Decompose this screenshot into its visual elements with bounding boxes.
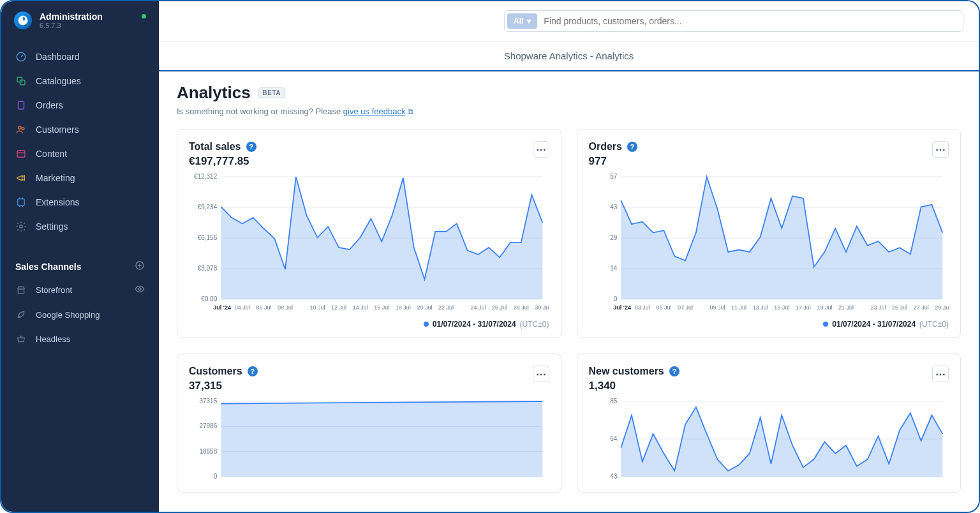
nav-catalogues[interactable]: Catalogues [1, 69, 159, 93]
svg-text:03 Jul: 03 Jul [634, 304, 650, 311]
layout-icon [15, 148, 27, 160]
svg-text:24 Jul: 24 Jul [470, 304, 486, 311]
nav-label: Orders [36, 100, 63, 110]
megaphone-icon [15, 172, 27, 184]
svg-point-11 [138, 288, 141, 290]
svg-point-8 [20, 225, 23, 228]
svg-text:29 Jul: 29 Jul [935, 304, 949, 311]
legend-dot-icon [424, 322, 429, 327]
card-title: Customers [189, 366, 242, 377]
channel-google-shopping[interactable]: Google Shopping [1, 302, 159, 327]
sidebar: Administration 6.5.7.3 Dashboard Catalog… [1, 1, 159, 512]
nav-customers[interactable]: Customers [1, 117, 159, 142]
help-icon[interactable]: ? [627, 142, 637, 152]
help-icon[interactable]: ? [248, 366, 258, 376]
svg-rect-7 [18, 199, 25, 206]
search-filter-dropdown[interactable]: All ▾ [507, 13, 537, 29]
nav-dashboard[interactable]: Dashboard [1, 45, 159, 69]
channel-label: Storefront [36, 285, 72, 295]
beta-badge: BETA [258, 87, 285, 98]
chart-customers: 0186582798637315 [189, 398, 549, 480]
svg-text:27 Jul: 27 Jul [913, 304, 928, 311]
svg-text:€12,312: €12,312 [194, 173, 218, 180]
chevron-down-icon: ▾ [527, 17, 531, 26]
card-title: New customers [589, 366, 664, 377]
nav-label: Settings [36, 221, 68, 232]
svg-text:12 Jul: 12 Jul [331, 304, 346, 311]
nav-settings[interactable]: Settings [1, 214, 159, 239]
card-menu-button[interactable]: ⋯ [533, 366, 549, 382]
legend-dot-icon [823, 322, 828, 327]
nav-content[interactable]: Content [1, 142, 159, 166]
svg-text:27986: 27986 [199, 422, 217, 429]
add-channel-button[interactable] [135, 260, 145, 272]
page-subtext: Is something not working or missing? Ple… [177, 107, 961, 116]
nav-label: Dashboard [36, 52, 80, 62]
svg-text:0: 0 [613, 295, 617, 302]
svg-text:22 Jul: 22 Jul [438, 304, 454, 311]
nav-extensions[interactable]: Extensions [1, 190, 159, 214]
svg-rect-10 [18, 289, 24, 294]
nav-orders[interactable]: Orders [1, 93, 159, 117]
app-version: 6.5.7.3 [40, 22, 103, 29]
chart-new-customers: 436485 [589, 398, 949, 480]
page-title: Analytics [177, 83, 251, 103]
svg-text:23 Jul: 23 Jul [870, 304, 886, 311]
svg-text:85: 85 [610, 398, 618, 405]
svg-text:21 Jul: 21 Jul [838, 304, 854, 311]
card-customers: Customers ? 37,315 ⋯ 0186582798637315 [177, 353, 561, 493]
card-menu-button[interactable]: ⋯ [932, 366, 949, 382]
chart-orders: 014294357Jul '2403 Jul05 Jul07 Jul09 Jul… [589, 173, 949, 313]
global-search: All ▾ [504, 10, 963, 32]
card-menu-button[interactable]: ⋯ [533, 141, 549, 158]
topbar: All ▾ [159, 1, 979, 41]
nav-label: Catalogues [36, 76, 81, 86]
app-title: Administration [40, 11, 103, 22]
gauge-icon [15, 51, 27, 63]
svg-text:29: 29 [610, 234, 618, 241]
card-title: Orders [589, 141, 622, 152]
feedback-link[interactable]: give us feedback [343, 107, 406, 116]
card-title: Total sales [189, 141, 241, 152]
visibility-icon[interactable] [135, 284, 145, 296]
nav-marketing[interactable]: Marketing [1, 166, 159, 190]
svg-text:28 Jul: 28 Jul [514, 304, 529, 311]
help-icon[interactable]: ? [246, 142, 256, 152]
nav-label: Content [36, 149, 67, 159]
svg-text:07 Jul: 07 Jul [678, 304, 693, 311]
chart-total-sales: €0.00€3,078€6,156€9,234€12,312Jul '2404 … [189, 173, 549, 313]
svg-text:Jul '24: Jul '24 [613, 304, 631, 311]
svg-text:64: 64 [610, 435, 618, 442]
card-orders: Orders ? 977 ⋯ 014294357Jul '2403 Jul05 … [577, 129, 961, 338]
svg-text:11 Jul: 11 Jul [731, 304, 746, 311]
card-legend: 01/07/2024 - 31/07/2024 (UTC±0) [189, 320, 549, 329]
nav-label: Customers [36, 124, 79, 135]
svg-text:57: 57 [610, 173, 618, 180]
svg-text:18658: 18658 [199, 448, 217, 455]
plugin-icon [15, 197, 27, 208]
svg-text:10 Jul: 10 Jul [309, 304, 325, 311]
card-value: €197,777.85 [189, 155, 256, 168]
channel-label: Headless [36, 334, 70, 344]
channel-storefront[interactable]: Storefront [1, 278, 159, 302]
svg-text:30 Jul: 30 Jul [535, 304, 549, 311]
svg-text:16 Jul: 16 Jul [374, 304, 389, 311]
card-value: 977 [589, 155, 637, 168]
svg-text:18 Jul: 18 Jul [396, 304, 411, 311]
svg-text:15 Jul: 15 Jul [774, 304, 789, 311]
search-input[interactable] [544, 13, 960, 29]
svg-text:06 Jul: 06 Jul [256, 304, 271, 311]
storefront-icon [15, 285, 27, 296]
svg-text:05 Jul: 05 Jul [656, 304, 671, 311]
svg-text:04 Jul: 04 Jul [235, 304, 250, 311]
basket-icon [15, 333, 27, 345]
card-menu-button[interactable]: ⋯ [932, 141, 949, 158]
page-title-row: Analytics BETA [177, 83, 961, 103]
help-icon[interactable]: ? [669, 366, 679, 376]
svg-text:€6,156: €6,156 [198, 234, 218, 241]
sidebar-header: Administration 6.5.7.3 [1, 1, 159, 36]
card-value: 37,315 [189, 380, 258, 392]
card-value: 1,340 [589, 380, 679, 392]
channel-headless[interactable]: Headless [1, 327, 159, 351]
card-legend: 01/07/2024 - 31/07/2024 (UTC±0) [589, 320, 949, 329]
